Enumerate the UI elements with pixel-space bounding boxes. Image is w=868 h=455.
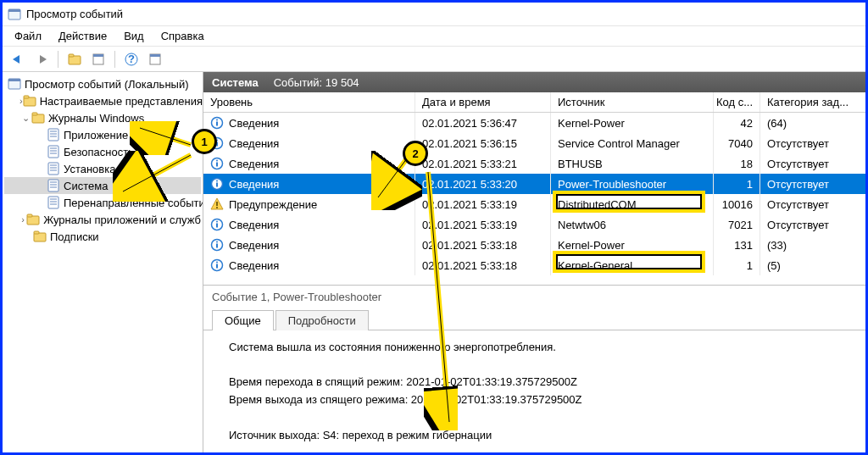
log-icon bbox=[47, 179, 60, 192]
detail-body: Система вышла из состояния пониженного э… bbox=[203, 330, 865, 452]
event-viewer-icon bbox=[8, 77, 21, 91]
workarea: Просмотр событий (Локальный) › Настраива… bbox=[3, 72, 865, 452]
menubar: Файл Действие Вид Справка bbox=[3, 26, 865, 47]
tool-folder-button[interactable] bbox=[64, 49, 85, 69]
event-row[interactable]: Сведения02.01.2021 5:33:19Netwtw067021От… bbox=[203, 214, 865, 235]
cell-source: Netwtw06 bbox=[551, 214, 714, 235]
tree-label: Система bbox=[64, 180, 108, 192]
tree-label: Журналы приложений и служб bbox=[43, 214, 201, 226]
cell-code: 1 bbox=[714, 174, 760, 194]
cell-level: Сведения bbox=[203, 214, 415, 235]
folder-icon bbox=[33, 230, 47, 243]
cell-category: Отсутствует bbox=[760, 133, 865, 153]
col-category[interactable]: Категория зад... bbox=[760, 92, 865, 112]
cell-level: Сведения bbox=[203, 133, 415, 153]
event-row[interactable]: Сведения02.01.2021 5:33:20Power-Troubles… bbox=[203, 174, 865, 194]
tree-security[interactable]: Безопасность bbox=[4, 143, 201, 160]
event-count: Событий: 19 504 bbox=[274, 76, 359, 89]
back-button[interactable] bbox=[8, 49, 28, 69]
tree-setup[interactable]: Установка bbox=[4, 160, 201, 177]
tree-label: Подписки bbox=[50, 230, 99, 243]
tree-root-label: Просмотр событий (Локальный) bbox=[25, 78, 189, 91]
forward-button[interactable] bbox=[31, 49, 52, 69]
log-icon bbox=[47, 145, 60, 158]
cell-date: 02.01.2021 5:36:15 bbox=[415, 133, 551, 153]
tree-system[interactable]: Система bbox=[4, 177, 201, 194]
level-text: Сведения bbox=[229, 158, 279, 170]
col-level[interactable]: Уровень bbox=[203, 92, 415, 112]
log-icon bbox=[47, 162, 60, 175]
cell-date: 02.01.2021 5:33:21 bbox=[415, 153, 551, 174]
cell-code: 10016 bbox=[714, 194, 760, 214]
tool-pane-button[interactable] bbox=[145, 49, 165, 69]
cell-code: 18 bbox=[714, 153, 760, 174]
event-list[interactable]: Сведения02.01.2021 5:36:47Kernel-Power42… bbox=[203, 113, 865, 285]
menu-view[interactable]: Вид bbox=[115, 28, 153, 44]
event-row[interactable]: Сведения02.01.2021 5:33:18Kernel-General… bbox=[203, 255, 865, 275]
cell-code: 7021 bbox=[714, 214, 760, 235]
expand-icon[interactable]: › bbox=[19, 214, 26, 225]
cell-source: Kernel-General bbox=[551, 255, 714, 275]
col-date[interactable]: Дата и время bbox=[415, 92, 551, 112]
tree-application[interactable]: Приложение bbox=[4, 126, 201, 143]
tree-app-services[interactable]: › Журналы приложений и служб bbox=[4, 211, 201, 228]
toolbar bbox=[3, 47, 865, 72]
detail-line: Система вышла из состояния пониженного э… bbox=[229, 339, 840, 357]
info-icon bbox=[210, 238, 224, 252]
tab-general[interactable]: Общие bbox=[212, 310, 274, 330]
event-row[interactable]: Предупреждение02.01.2021 5:33:19Distribu… bbox=[203, 194, 865, 214]
content-pane: Система Событий: 19 504 Уровень Дата и в… bbox=[203, 72, 865, 452]
event-row[interactable]: Сведения02.01.2021 5:33:18Kernel-Power13… bbox=[203, 235, 865, 255]
tree-forwarded[interactable]: Перенаправленные события bbox=[4, 194, 201, 211]
tree-custom-views[interactable]: › Настраиваемые представления bbox=[4, 92, 201, 109]
tree-label: Установка bbox=[64, 163, 115, 175]
cell-category: Отсутствует bbox=[760, 194, 865, 214]
tree-subscriptions[interactable]: Подписки bbox=[4, 228, 201, 245]
cell-level: Предупреждение bbox=[203, 194, 415, 214]
info-icon bbox=[210, 157, 224, 170]
level-text: Предупреждение bbox=[229, 198, 317, 211]
event-row[interactable]: Сведения02.01.2021 5:33:21BTHUSB18Отсутс… bbox=[203, 153, 865, 174]
info-icon bbox=[210, 258, 224, 272]
col-code[interactable]: Код с... bbox=[714, 92, 760, 112]
cell-source: DistributedCOM bbox=[551, 194, 714, 214]
detail-tabs: Общие Подробности bbox=[203, 308, 865, 330]
menu-help[interactable]: Справка bbox=[153, 28, 213, 44]
tree-label: Настраиваемые представления bbox=[40, 95, 203, 108]
col-source[interactable]: Источник bbox=[551, 92, 714, 112]
cell-level: Сведения bbox=[203, 235, 415, 255]
detail-line: Время перехода в спящий режим: 2021-01-0… bbox=[229, 374, 840, 391]
tab-details[interactable]: Подробности bbox=[275, 310, 369, 330]
cell-category: (64) bbox=[760, 113, 865, 133]
help-button[interactable] bbox=[121, 49, 142, 69]
tool-props-button[interactable] bbox=[88, 49, 108, 69]
cell-level: Сведения bbox=[203, 174, 415, 194]
cell-code: 7040 bbox=[714, 133, 760, 153]
list-header-bar: Система Событий: 19 504 bbox=[203, 72, 865, 92]
level-text: Сведения bbox=[229, 259, 279, 272]
info-icon bbox=[210, 177, 224, 191]
tree-root[interactable]: Просмотр событий (Локальный) bbox=[4, 75, 201, 92]
event-row[interactable]: Сведения02.01.2021 5:36:15Service Contro… bbox=[203, 133, 865, 153]
folder-icon bbox=[26, 213, 40, 226]
titlebar: Просмотр событий bbox=[3, 3, 865, 26]
cell-category: (33) bbox=[760, 235, 865, 255]
cell-source: Power-Troubleshooter bbox=[551, 174, 714, 194]
list-title: Система bbox=[212, 76, 259, 89]
detail-line: Время выхода из спящего режима: 2021-01-… bbox=[229, 391, 840, 409]
cell-date: 02.01.2021 5:33:18 bbox=[415, 235, 551, 255]
warn-icon bbox=[210, 197, 224, 211]
tree-windows-logs[interactable]: ⌄ Журналы Windows bbox=[4, 109, 201, 126]
cell-date: 02.01.2021 5:33:19 bbox=[415, 194, 551, 214]
collapse-icon[interactable]: ⌄ bbox=[19, 113, 31, 124]
menu-file[interactable]: Файл bbox=[6, 28, 50, 44]
cell-category: (5) bbox=[760, 255, 865, 275]
tree-label: Журналы Windows bbox=[48, 112, 144, 125]
detail-pane: Событие 1, Power-Troubleshooter Общие По… bbox=[203, 285, 865, 452]
event-row[interactable]: Сведения02.01.2021 5:36:47Kernel-Power42… bbox=[203, 113, 865, 133]
callout-2: 2 bbox=[403, 141, 428, 166]
cell-category: Отсутствует bbox=[760, 153, 865, 174]
menu-action[interactable]: Действие bbox=[50, 28, 115, 44]
cell-level: Сведения bbox=[203, 153, 415, 174]
nav-tree[interactable]: Просмотр событий (Локальный) › Настраива… bbox=[3, 72, 203, 452]
